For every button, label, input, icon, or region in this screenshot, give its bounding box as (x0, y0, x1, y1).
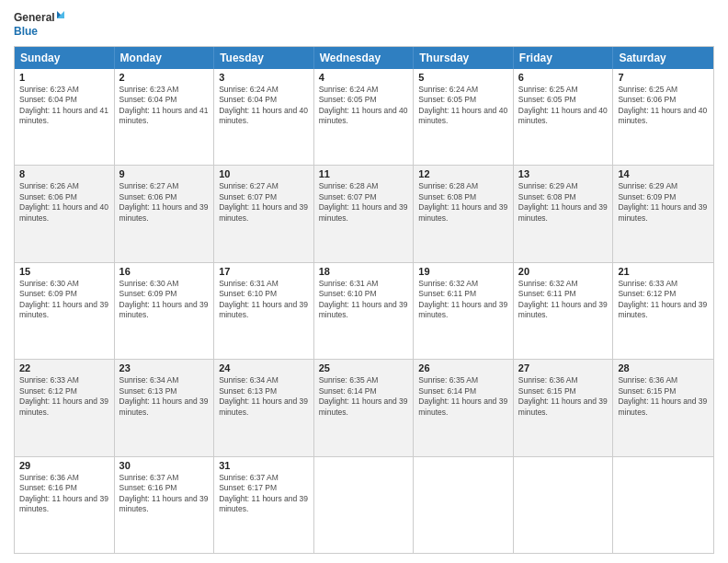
calendar-row-4: 22 Sunrise: 6:33 AM Sunset: 6:12 PM Dayl… (15, 359, 713, 455)
day-number: 24 (219, 362, 309, 373)
day-number: 16 (119, 266, 210, 277)
day-number: 25 (319, 362, 409, 373)
day-cell-19: 19 Sunrise: 6:32 AM Sunset: 6:11 PM Dayl… (414, 263, 514, 359)
day-cell-15: 15 Sunrise: 6:30 AM Sunset: 6:09 PM Dayl… (15, 263, 115, 359)
day-info: Sunrise: 6:34 AM Sunset: 6:13 PM Dayligh… (219, 375, 309, 418)
empty-cell (414, 457, 514, 553)
day-info: Sunrise: 6:35 AM Sunset: 6:14 PM Dayligh… (319, 375, 409, 418)
day-cell-25: 25 Sunrise: 6:35 AM Sunset: 6:14 PM Dayl… (314, 360, 415, 455)
day-cell-16: 16 Sunrise: 6:30 AM Sunset: 6:09 PM Dayl… (115, 263, 215, 359)
day-cell-3: 3 Sunrise: 6:24 AM Sunset: 6:04 PM Dayli… (214, 69, 314, 165)
calendar-body: 1 Sunrise: 6:23 AM Sunset: 6:04 PM Dayli… (15, 69, 713, 553)
day-cell-20: 20 Sunrise: 6:32 AM Sunset: 6:11 PM Dayl… (514, 263, 614, 359)
day-info: Sunrise: 6:27 AM Sunset: 6:06 PM Dayligh… (119, 181, 210, 224)
day-info: Sunrise: 6:29 AM Sunset: 6:09 PM Dayligh… (618, 181, 709, 224)
day-info: Sunrise: 6:35 AM Sunset: 6:14 PM Dayligh… (418, 375, 508, 418)
day-number: 4 (319, 72, 409, 83)
day-cell-23: 23 Sunrise: 6:34 AM Sunset: 6:13 PM Dayl… (115, 360, 215, 455)
day-number: 29 (19, 460, 109, 471)
day-number: 31 (219, 460, 309, 471)
day-cell-31: 31 Sunrise: 6:37 AM Sunset: 6:17 PM Dayl… (214, 457, 314, 553)
day-info: Sunrise: 6:24 AM Sunset: 6:04 PM Dayligh… (219, 85, 309, 127)
day-number: 8 (19, 168, 109, 179)
header-day-wednesday: Wednesday (314, 47, 415, 69)
day-cell-10: 10 Sunrise: 6:27 AM Sunset: 6:07 PM Dayl… (214, 166, 314, 261)
header-day-sunday: Sunday (15, 47, 115, 69)
day-cell-1: 1 Sunrise: 6:23 AM Sunset: 6:04 PM Dayli… (15, 69, 115, 165)
day-info: Sunrise: 6:37 AM Sunset: 6:17 PM Dayligh… (219, 473, 309, 515)
day-number: 17 (219, 266, 309, 277)
day-number: 9 (119, 168, 210, 179)
day-number: 15 (19, 266, 109, 277)
calendar-row-1: 1 Sunrise: 6:23 AM Sunset: 6:04 PM Dayli… (15, 69, 713, 165)
day-cell-29: 29 Sunrise: 6:36 AM Sunset: 6:16 PM Dayl… (15, 457, 115, 553)
header-day-monday: Monday (115, 47, 215, 69)
day-number: 19 (418, 266, 508, 277)
day-cell-9: 9 Sunrise: 6:27 AM Sunset: 6:06 PM Dayli… (115, 166, 215, 261)
day-info: Sunrise: 6:25 AM Sunset: 6:06 PM Dayligh… (618, 85, 709, 127)
day-number: 10 (219, 168, 309, 179)
day-info: Sunrise: 6:24 AM Sunset: 6:05 PM Dayligh… (319, 85, 409, 127)
generalblue-logo-icon: General Blue (14, 9, 64, 39)
day-info: Sunrise: 6:26 AM Sunset: 6:06 PM Dayligh… (19, 181, 109, 224)
calendar: SundayMondayTuesdayWednesdayThursdayFrid… (14, 46, 714, 554)
day-number: 14 (618, 168, 709, 179)
day-cell-22: 22 Sunrise: 6:33 AM Sunset: 6:12 PM Dayl… (15, 360, 115, 455)
day-info: Sunrise: 6:36 AM Sunset: 6:16 PM Dayligh… (19, 473, 109, 515)
day-info: Sunrise: 6:27 AM Sunset: 6:07 PM Dayligh… (219, 181, 309, 224)
day-cell-28: 28 Sunrise: 6:36 AM Sunset: 6:15 PM Dayl… (613, 360, 713, 455)
day-info: Sunrise: 6:28 AM Sunset: 6:08 PM Dayligh… (418, 181, 508, 224)
day-number: 1 (19, 72, 109, 83)
day-cell-2: 2 Sunrise: 6:23 AM Sunset: 6:04 PM Dayli… (115, 69, 215, 165)
header-day-thursday: Thursday (414, 47, 514, 69)
calendar-row-2: 8 Sunrise: 6:26 AM Sunset: 6:06 PM Dayli… (15, 165, 713, 261)
calendar-row-3: 15 Sunrise: 6:30 AM Sunset: 6:09 PM Dayl… (15, 262, 713, 359)
header-day-saturday: Saturday (613, 47, 713, 69)
day-number: 5 (418, 72, 508, 83)
day-info: Sunrise: 6:28 AM Sunset: 6:07 PM Dayligh… (319, 181, 409, 224)
day-info: Sunrise: 6:37 AM Sunset: 6:16 PM Dayligh… (119, 473, 210, 515)
day-number: 11 (319, 168, 409, 179)
day-info: Sunrise: 6:25 AM Sunset: 6:05 PM Dayligh… (518, 85, 609, 127)
day-cell-11: 11 Sunrise: 6:28 AM Sunset: 6:07 PM Dayl… (314, 166, 415, 261)
day-cell-26: 26 Sunrise: 6:35 AM Sunset: 6:14 PM Dayl… (414, 360, 514, 455)
day-info: Sunrise: 6:23 AM Sunset: 6:04 PM Dayligh… (119, 85, 210, 127)
day-number: 26 (418, 362, 508, 373)
day-info: Sunrise: 6:24 AM Sunset: 6:05 PM Dayligh… (418, 85, 508, 127)
day-cell-6: 6 Sunrise: 6:25 AM Sunset: 6:05 PM Dayli… (514, 69, 614, 165)
empty-cell (314, 457, 415, 553)
day-cell-13: 13 Sunrise: 6:29 AM Sunset: 6:08 PM Dayl… (514, 166, 614, 261)
empty-cell (514, 457, 614, 553)
day-number: 18 (319, 266, 409, 277)
day-number: 28 (618, 362, 709, 373)
day-number: 7 (618, 72, 709, 83)
day-cell-12: 12 Sunrise: 6:28 AM Sunset: 6:08 PM Dayl… (414, 166, 514, 261)
day-cell-24: 24 Sunrise: 6:34 AM Sunset: 6:13 PM Dayl… (214, 360, 314, 455)
day-cell-14: 14 Sunrise: 6:29 AM Sunset: 6:09 PM Dayl… (613, 166, 713, 261)
header-day-tuesday: Tuesday (214, 47, 314, 69)
day-number: 30 (119, 460, 210, 471)
day-number: 20 (518, 266, 609, 277)
day-info: Sunrise: 6:33 AM Sunset: 6:12 PM Dayligh… (618, 279, 709, 321)
header: General Blue (14, 9, 714, 39)
day-number: 22 (19, 362, 109, 373)
day-number: 3 (219, 72, 309, 83)
day-cell-30: 30 Sunrise: 6:37 AM Sunset: 6:16 PM Dayl… (115, 457, 215, 553)
day-info: Sunrise: 6:33 AM Sunset: 6:12 PM Dayligh… (19, 375, 109, 418)
day-cell-4: 4 Sunrise: 6:24 AM Sunset: 6:05 PM Dayli… (314, 69, 415, 165)
day-cell-18: 18 Sunrise: 6:31 AM Sunset: 6:10 PM Dayl… (314, 263, 415, 359)
svg-text:General: General (14, 11, 55, 24)
day-number: 2 (119, 72, 210, 83)
day-cell-17: 17 Sunrise: 6:31 AM Sunset: 6:10 PM Dayl… (214, 263, 314, 359)
day-info: Sunrise: 6:36 AM Sunset: 6:15 PM Dayligh… (518, 375, 609, 418)
day-cell-7: 7 Sunrise: 6:25 AM Sunset: 6:06 PM Dayli… (613, 69, 713, 165)
day-number: 6 (518, 72, 609, 83)
day-info: Sunrise: 6:32 AM Sunset: 6:11 PM Dayligh… (518, 279, 609, 321)
svg-text:Blue: Blue (14, 25, 38, 38)
day-number: 12 (418, 168, 508, 179)
header-day-friday: Friday (514, 47, 614, 69)
day-info: Sunrise: 6:29 AM Sunset: 6:08 PM Dayligh… (518, 181, 609, 224)
day-cell-8: 8 Sunrise: 6:26 AM Sunset: 6:06 PM Dayli… (15, 166, 115, 261)
logo: General Blue (14, 9, 64, 39)
empty-cell (613, 457, 713, 553)
